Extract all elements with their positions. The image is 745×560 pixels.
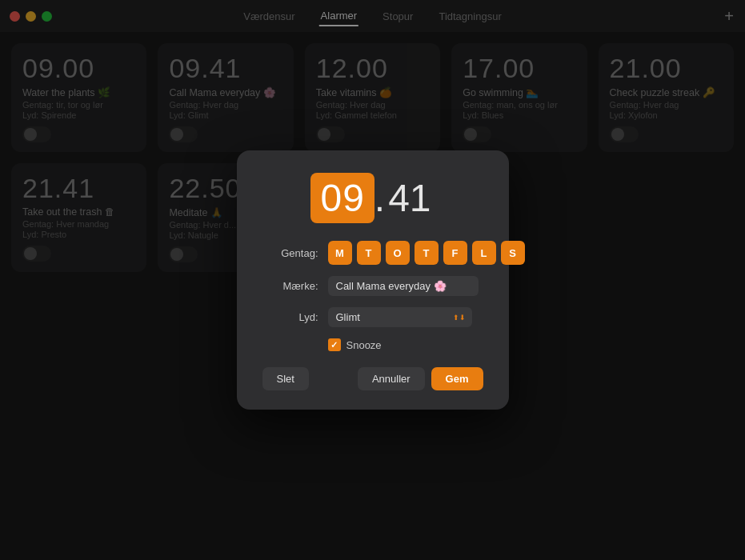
- snooze-label: Snooze: [346, 339, 382, 351]
- delete-button[interactable]: Slet: [262, 367, 309, 390]
- modal-time-hours[interactable]: 09: [310, 173, 374, 223]
- modal-action-buttons: Annuller Gem: [358, 367, 483, 390]
- gentag-label: Gentag:: [262, 247, 318, 259]
- day-btn-s[interactable]: S: [501, 241, 525, 265]
- maerke-row: Mærke:: [262, 276, 483, 296]
- day-btn-f[interactable]: F: [443, 241, 467, 265]
- day-btn-m[interactable]: M: [328, 241, 352, 265]
- modal-time-separator: .: [375, 176, 385, 220]
- modal-time-display: 09 . 41: [262, 173, 483, 223]
- sound-select-wrapper: Glimt Spirende Blues Gammel telefon Xylo…: [328, 307, 472, 327]
- day-btn-t1[interactable]: T: [357, 241, 381, 265]
- day-btn-o[interactable]: O: [386, 241, 410, 265]
- snooze-row: ✓ Snooze: [328, 338, 483, 351]
- sound-select[interactable]: Glimt Spirende Blues Gammel telefon Xylo…: [328, 307, 472, 327]
- modal-time-minutes[interactable]: 41: [385, 173, 434, 223]
- maerke-label: Mærke:: [262, 280, 318, 292]
- cancel-button[interactable]: Annuller: [358, 367, 425, 390]
- day-btn-l[interactable]: L: [472, 241, 496, 265]
- snooze-check-icon: ✓: [330, 340, 338, 350]
- day-buttons: M T O T F L S: [328, 241, 525, 265]
- snooze-checkbox[interactable]: ✓: [328, 338, 341, 351]
- modal-overlay[interactable]: 09 . 41 Gentag: M T O T F L S Mærke: Lyd…: [0, 0, 745, 560]
- alarm-name-input[interactable]: [328, 276, 479, 296]
- save-button[interactable]: Gem: [431, 367, 483, 390]
- day-btn-t2[interactable]: T: [415, 241, 439, 265]
- lyd-row: Lyd: Glimt Spirende Blues Gammel telefon…: [262, 307, 483, 327]
- alarm-edit-modal: 09 . 41 Gentag: M T O T F L S Mærke: Lyd…: [237, 150, 509, 410]
- lyd-label: Lyd:: [262, 311, 318, 323]
- gentag-row: Gentag: M T O T F L S: [262, 241, 483, 265]
- modal-footer: Slet Annuller Gem: [262, 367, 483, 390]
